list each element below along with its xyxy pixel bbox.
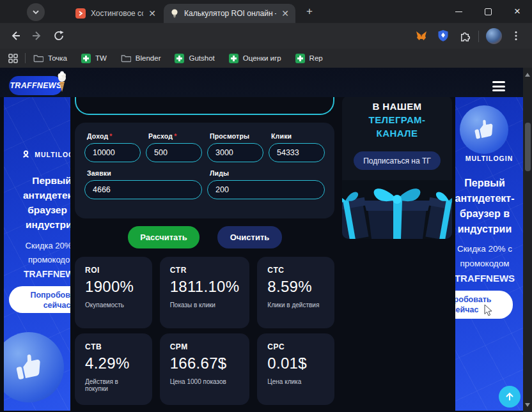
metric-code: ROI — [85, 266, 142, 275]
folder-icon — [33, 54, 43, 63]
minimize-icon — [455, 11, 462, 12]
bookmark-label: Rep — [309, 54, 323, 62]
window-controls: × — [444, 0, 532, 23]
ad-try-now-button[interactable]: Попробоватьсейчас — [9, 286, 70, 313]
bookmark-rep[interactable]: Rep — [295, 54, 323, 63]
requests-input[interactable] — [84, 180, 202, 199]
field-label: Клики — [271, 132, 325, 140]
folder-icon — [121, 54, 131, 63]
browser-toolbar: traffnews.com/tools/kalkuljator-roi/ — [0, 23, 532, 49]
metric-caption: Клики в действия — [267, 301, 324, 309]
bookmark-label: Точка — [48, 54, 67, 62]
leads-input[interactable] — [207, 180, 325, 199]
maximize-icon — [485, 8, 492, 15]
new-tab-button[interactable]: + — [303, 5, 316, 18]
page-scrollbar[interactable] — [523, 68, 532, 412]
extensions-puzzle-icon[interactable] — [458, 29, 472, 43]
required-mark: * — [109, 132, 112, 140]
logo-text: TRAFFNEWS — [10, 81, 61, 90]
field-expense: Расход* — [146, 132, 202, 162]
profile-avatar[interactable] — [486, 28, 502, 44]
field-clicks: Клики — [269, 132, 325, 162]
chevron-down-icon — [31, 7, 41, 17]
browser-window: Хостинговое сообщество «Tim ✕ Калькулято… — [0, 0, 532, 412]
result-card-ctb: CTB 4.29% Действия в покупки — [75, 333, 152, 405]
calculate-button[interactable]: Рассчитать — [128, 226, 199, 248]
minimize-button[interactable] — [444, 0, 473, 23]
menu-hamburger-button[interactable] — [492, 81, 505, 91]
sheet-icon — [229, 54, 239, 63]
icecream-icon — [55, 70, 69, 96]
terminal-red-icon — [75, 8, 86, 19]
metric-code: CPC — [267, 342, 324, 351]
forward-button[interactable] — [29, 28, 45, 43]
bookmarks-separator — [25, 53, 26, 63]
tab-close-icon[interactable]: ✕ — [281, 8, 289, 19]
metric-code: CPM — [170, 342, 240, 351]
income-input[interactable] — [84, 143, 141, 162]
clear-button[interactable]: Очистить — [217, 226, 282, 248]
result-card-cpc: CPC 0.01$ Цена клика — [257, 333, 334, 405]
tab-hosting-community[interactable]: Хостинговое сообщество «Tim ✕ — [69, 4, 162, 23]
field-label: Доход* — [87, 132, 141, 140]
apps-grid-icon[interactable] — [8, 53, 19, 64]
roi-form: Доход* Расход* Просмотры Клики — [75, 123, 334, 218]
telegram-promo-card: В НАШЕМ ТЕЛЕГРАМ- КАНАЛЕ Подписаться на … — [342, 96, 452, 239]
telegram-subscribe-button[interactable]: Подписаться на ТГ — [354, 151, 441, 170]
field-label: Лиды — [210, 169, 325, 177]
tab-close-icon[interactable]: ✕ — [148, 8, 156, 19]
maximize-button[interactable] — [473, 0, 503, 23]
toolbar-separator — [478, 31, 479, 42]
three-dot-icon — [511, 31, 521, 41]
scrollbar-up-arrow-icon[interactable] — [525, 73, 530, 77]
scroll-to-top-button[interactable] — [499, 386, 520, 408]
ad-headline: Первыйантидетект-браузер виндустрии — [4, 173, 70, 232]
browser-menu-button[interactable] — [509, 29, 523, 43]
tab-search-button[interactable] — [27, 3, 45, 21]
close-button[interactable]: × — [503, 0, 532, 23]
lightbulb-icon — [170, 8, 179, 19]
metamask-extension-icon[interactable] — [414, 29, 428, 43]
field-label: Заявки — [87, 169, 202, 177]
clicks-input[interactable] — [269, 143, 325, 162]
bookmark-label: Gutshot — [189, 54, 214, 62]
sheet-icon — [81, 54, 91, 63]
metric-value: 8.59% — [267, 278, 324, 296]
scrollbar-down-arrow-icon[interactable] — [525, 403, 530, 407]
field-views: Просмотры — [207, 132, 263, 162]
forward-icon — [31, 30, 43, 42]
back-icon — [10, 30, 21, 42]
reload-button[interactable] — [51, 28, 66, 43]
bookmark-tw[interactable]: TW — [81, 54, 107, 63]
metric-value: 0.01$ — [267, 355, 324, 372]
bookmark-gutshot[interactable]: Gutshot — [175, 54, 214, 63]
tab-roi-calculator[interactable]: Калькулятор ROI онлайн — бы ✕ — [164, 4, 295, 23]
arrow-up-icon — [505, 392, 515, 402]
telegram-heading-line1: В НАШЕМ — [372, 100, 421, 113]
ad-right-multilogin[interactable]: MULTILOGIN Первыйантидетект-браузер винд… — [455, 96, 523, 411]
metric-value: 1811.10% — [170, 278, 240, 296]
metric-code: CTC — [267, 266, 324, 275]
title-bar: Хостинговое сообщество «Tim ✕ Калькулято… — [0, 0, 532, 23]
page-viewport: MULTILOGIN Первыйантидетект-браузер винд… — [0, 68, 532, 412]
niche-select-cutoff[interactable] — [75, 96, 334, 115]
telegram-heading-line2: ТЕЛЕГРАМ- — [369, 113, 426, 126]
expense-input[interactable] — [146, 143, 202, 162]
tab-title: Калькулятор ROI онлайн — бы — [184, 9, 276, 18]
bookmark-folder-blender[interactable]: Blender — [121, 54, 161, 63]
gift-boxes-image — [342, 180, 452, 239]
bookmark-folder-tochka[interactable]: Точка — [33, 54, 67, 63]
shield-extension-icon[interactable] — [436, 29, 450, 43]
result-card-cpm: CPM 166.67$ Цена 1000 показов — [160, 333, 250, 405]
views-input[interactable] — [207, 143, 263, 162]
sheet-icon — [295, 54, 305, 63]
multilogin-brand: MULTILOGIN — [4, 149, 70, 159]
result-card-ctc: CTC 8.59% Клики в действия — [257, 257, 334, 328]
bookmark-ocenki-igr[interactable]: Оценки игр — [229, 54, 281, 63]
thumbs-up-3d-icon — [4, 332, 64, 402]
metric-caption: Показы в клики — [170, 301, 240, 309]
mouse-cursor-icon — [483, 304, 494, 317]
back-button[interactable] — [8, 28, 23, 43]
scrollbar-thumb[interactable] — [525, 123, 531, 171]
ad-left-multilogin[interactable]: MULTILOGIN Первыйантидетект-браузер винд… — [4, 96, 70, 411]
